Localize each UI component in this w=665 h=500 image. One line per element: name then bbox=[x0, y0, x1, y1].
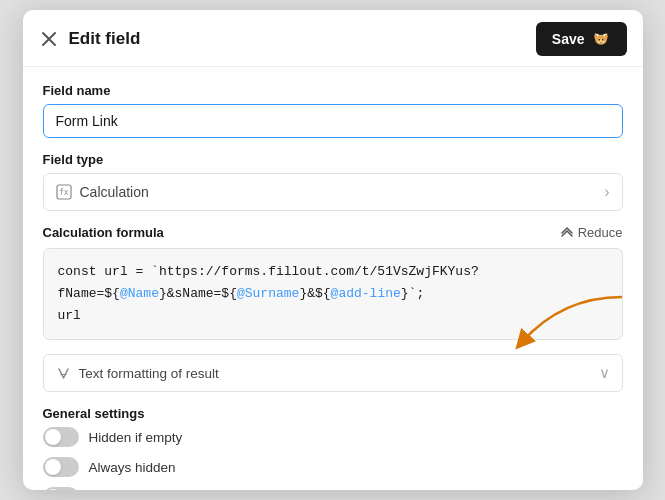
close-button[interactable] bbox=[39, 29, 59, 49]
field-type-row[interactable]: fx Calculation › bbox=[43, 173, 623, 211]
toggle-row-show-help: Show help text bbox=[43, 487, 623, 490]
edit-field-modal: Edit field Save Field name F bbox=[23, 10, 643, 490]
general-settings-section: General settings Hidden if empty Always … bbox=[43, 406, 623, 490]
field-type-section: Field type fx Calculation › bbox=[43, 152, 623, 211]
toggle-row-hidden-if-empty: Hidden if empty bbox=[43, 427, 623, 447]
text-format-label: Text formatting of result bbox=[79, 366, 219, 381]
modal-title: Edit field bbox=[69, 29, 141, 49]
svg-text:fx: fx bbox=[59, 188, 69, 197]
text-format-section: Text formatting of result ∨ bbox=[43, 354, 623, 392]
code-block[interactable]: const url = `https://forms.fillout.com/t… bbox=[43, 248, 623, 340]
text-format-left: Text formatting of result bbox=[56, 366, 219, 381]
chevron-down-icon: ∨ bbox=[599, 364, 610, 382]
always-hidden-toggle[interactable] bbox=[43, 457, 79, 477]
save-button[interactable]: Save bbox=[536, 22, 627, 56]
field-type-left: fx Calculation bbox=[56, 184, 149, 200]
field-type-value: Calculation bbox=[80, 184, 149, 200]
header-left: Edit field bbox=[39, 29, 141, 49]
text-format-row[interactable]: Text formatting of result ∨ bbox=[43, 354, 623, 392]
toggle-row-always-hidden: Always hidden bbox=[43, 457, 623, 477]
text-format-icon bbox=[56, 366, 71, 381]
general-settings-label: General settings bbox=[43, 406, 623, 421]
code-line1: const url = `https://forms.fillout.com/t… bbox=[58, 261, 608, 283]
field-type-label: Field type bbox=[43, 152, 623, 167]
code-line3: url bbox=[58, 305, 608, 327]
field-name-section: Field name bbox=[43, 83, 623, 138]
calculation-icon: fx bbox=[56, 184, 72, 200]
modal-body: Field name Field type fx Calculation › C… bbox=[23, 67, 643, 490]
code-line2: fName=${@Name}&sName=${@Surname}&${@add-… bbox=[58, 283, 608, 305]
close-icon bbox=[41, 31, 57, 47]
chevron-right-icon: › bbox=[604, 183, 609, 201]
calc-formula-label: Calculation formula bbox=[43, 225, 164, 240]
show-help-text-toggle[interactable] bbox=[43, 487, 79, 490]
reduce-button[interactable]: Reduce bbox=[560, 225, 623, 240]
hidden-if-empty-label: Hidden if empty bbox=[89, 430, 183, 445]
svg-point-2 bbox=[598, 39, 600, 41]
reduce-icon bbox=[560, 226, 574, 240]
section-header: Calculation formula Reduce bbox=[43, 225, 623, 240]
field-name-input[interactable] bbox=[43, 104, 623, 138]
calculation-formula-section: Calculation formula Reduce const url = `… bbox=[43, 225, 623, 340]
hidden-if-empty-toggle[interactable] bbox=[43, 427, 79, 447]
modal-header: Edit field Save bbox=[23, 10, 643, 67]
fox-icon bbox=[591, 29, 611, 49]
svg-point-3 bbox=[601, 39, 603, 41]
always-hidden-label: Always hidden bbox=[89, 460, 176, 475]
field-name-label: Field name bbox=[43, 83, 623, 98]
